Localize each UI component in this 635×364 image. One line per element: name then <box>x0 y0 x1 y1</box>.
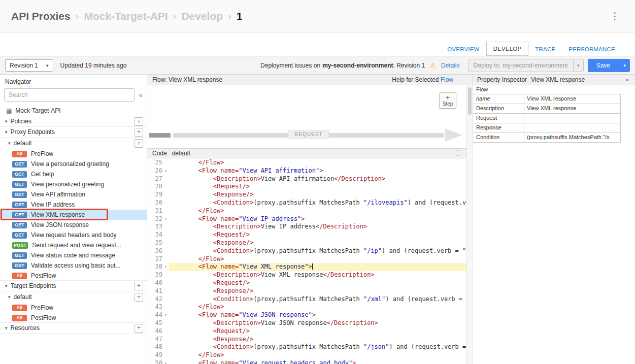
nav-section-resources[interactable]: ▾Resources+ <box>0 322 147 334</box>
breadcrumb-item-mock-target-api[interactable]: Mock-Target-API <box>84 10 168 22</box>
code-line-35[interactable]: 35 <Response/> <box>147 239 473 247</box>
code-line-25[interactable]: 25 </Flow> <box>147 159 473 167</box>
code-line-42[interactable]: 42 <Condition>(proxy.pathsuffix MatchesP… <box>147 295 473 304</box>
deploy-select-value: Deploy to: my-second-environment <box>469 59 573 72</box>
code-text: <Condition>(proxy.pathsuffix MatchesPath… <box>169 199 473 207</box>
nav-item-view-json-response[interactable]: GETView JSON response <box>0 220 147 230</box>
collapse-panel-icon[interactable]: « <box>138 91 144 99</box>
nav-group-default[interactable]: ▾default+ <box>0 138 147 149</box>
nav-section-policies[interactable]: ▾Policies+ <box>0 116 147 127</box>
code-line-32[interactable]: 32▾ <Flow name="View IP address"> <box>147 215 473 223</box>
tab-develop[interactable]: DEVELOP <box>486 42 529 56</box>
line-number: 45 <box>147 319 162 327</box>
inspector-row-value[interactable] <box>524 123 621 133</box>
code-line-48[interactable]: 48 <Condition>(proxy.pathsuffix MatchesP… <box>147 343 473 351</box>
save-dropdown-icon[interactable]: ▾ <box>619 59 630 72</box>
chevron-down-icon: ▾ <box>8 141 11 146</box>
tab-trace[interactable]: TRACE <box>528 43 562 56</box>
add-button[interactable]: + <box>135 128 143 137</box>
code-line-29[interactable]: 29 <Response/> <box>147 191 473 199</box>
inspector-row-value[interactable] <box>524 114 621 123</box>
code-line-33[interactable]: 33 <Description>View IP address</Descrip… <box>147 223 473 231</box>
nav-item-view-api-affirmation[interactable]: GETView API affirmation <box>0 189 147 200</box>
nav-section-target-endpoints[interactable]: ▾Target Endpoints+ <box>0 280 147 291</box>
code-line-46[interactable]: 46 <Request/> <box>147 327 473 336</box>
save-button[interactable]: Save <box>588 59 619 72</box>
add-button[interactable]: + <box>135 324 143 333</box>
inspector-row-value[interactable]: View XML response <box>524 104 621 113</box>
nav-item-view-ip-address[interactable]: GETView IP address <box>0 200 147 210</box>
chevron-down-icon[interactable]: ▾ <box>573 59 583 72</box>
fold-marker-icon[interactable]: ▾ <box>162 359 169 364</box>
fold-marker-icon[interactable]: ▾ <box>162 311 169 319</box>
tab-overview[interactable]: OVERVIEW <box>441 43 486 56</box>
add-button[interactable]: + <box>135 293 143 302</box>
develop-panel: Flow: View XML response Help for Selecte… <box>147 75 473 364</box>
code-line-31[interactable]: 31 </Flow> <box>147 207 473 215</box>
tab-performance[interactable]: PERFORMANCE <box>562 43 622 56</box>
nav-item-view-personalized-greeting[interactable]: GETView personalized greeting <box>0 179 147 189</box>
search-input[interactable] <box>4 88 135 102</box>
fold-marker-icon[interactable]: ▾ <box>162 167 169 175</box>
nav-group-default[interactable]: ▾default+ <box>0 291 147 303</box>
breadcrumb-separator: › <box>76 10 79 22</box>
code-line-49[interactable]: 49 </Flow> <box>147 351 473 359</box>
nav-item-view-xml-response[interactable]: GETView XML response <box>0 210 147 220</box>
nav-item-view-request-headers-and-body[interactable]: GETView request headers and body <box>0 230 147 240</box>
nav-section-proxy-endpoints[interactable]: ▾Proxy Endpoints+ <box>0 126 147 138</box>
add-step-button[interactable]: + Step <box>439 92 456 109</box>
code-line-30[interactable]: 30 <Condition>(proxy.pathsuffix MatchesP… <box>147 199 473 207</box>
revision-select[interactable]: Revision 1 ▾ <box>5 59 53 72</box>
inspector-row-value[interactable]: View XML response <box>524 94 621 104</box>
code-line-27[interactable]: 27 <Description>View API affirmation</De… <box>147 175 473 183</box>
fold-marker-icon <box>162 279 169 287</box>
nav-item-view-a-personalized-greeting[interactable]: GETView a personalized greeting <box>0 159 147 169</box>
code-line-50[interactable]: 50▾ <Flow name="View request headers and… <box>147 359 473 364</box>
code-line-41[interactable]: 41 <Response/> <box>147 287 473 295</box>
code-line-28[interactable]: 28 <Request/> <box>147 183 473 191</box>
code-line-39[interactable]: 39 <Description>View XML response</Descr… <box>147 271 473 279</box>
nav-item-postflow[interactable]: AllPostFlow <box>0 313 147 323</box>
code-line-36[interactable]: 36 <Condition>(proxy.pathsuffix MatchesP… <box>147 247 473 255</box>
breadcrumb-item-develop[interactable]: Develop <box>181 10 223 22</box>
details-link[interactable]: Details <box>441 62 460 69</box>
help-flow-link[interactable]: Flow <box>441 76 453 83</box>
nav-item-view-status-code-and-message[interactable]: GETView status code and message <box>0 250 147 260</box>
nav-item-send-request-and-view-request[interactable]: POSTSend request and view request... <box>0 240 147 250</box>
nav-item-preflow[interactable]: AllPreFlow <box>0 149 147 159</box>
code-line-34[interactable]: 34 <Request/> <box>147 231 473 239</box>
code-editor[interactable]: 25 </Flow>26▾ <Flow name="View API affir… <box>147 158 473 364</box>
collapse-code-icon[interactable]: ⌃⌄ <box>456 150 459 156</box>
updated-text: Updated 19 minutes ago <box>60 62 127 69</box>
code-line-44[interactable]: 44▾ <Flow name="View JSON response"> <box>147 311 473 319</box>
code-line-40[interactable]: 40 <Request/> <box>147 279 473 287</box>
code-line-37[interactable]: 37 </Flow> <box>147 255 473 263</box>
code-token: "View XML response" <box>239 263 308 270</box>
code-line-26[interactable]: 26▾ <Flow name="View API affirmation"> <box>147 167 473 175</box>
nav-item-get-help[interactable]: GETGet help <box>0 169 147 179</box>
code-text: <Condition>(proxy.pathsuffix MatchesPath… <box>169 247 473 255</box>
code-token: <Description> <box>213 271 261 278</box>
scrollbar-thumb[interactable] <box>468 87 472 115</box>
deploy-select[interactable]: Deploy to: my-second-environment ▾ <box>468 59 584 72</box>
vertical-scrollbar[interactable] <box>466 85 473 364</box>
fold-marker-icon[interactable]: ▾ <box>162 263 169 271</box>
code-line-43[interactable]: 43 </Flow> <box>147 303 473 311</box>
expand-panel-icon[interactable]: » <box>625 76 629 83</box>
code-line-47[interactable]: 47 <Response/> <box>147 336 473 344</box>
code-line-45[interactable]: 45 <Description>View JSON response</Desc… <box>147 319 473 327</box>
fold-marker-icon[interactable]: ▾ <box>162 215 169 223</box>
inspector-row-value[interactable]: (proxy.pathsuffix MatchesPath "/x <box>524 133 621 142</box>
add-button[interactable]: + <box>135 117 143 126</box>
code-line-38[interactable]: 38▾ <Flow name="View XML response"> <box>147 263 473 271</box>
kebab-menu-icon[interactable]: ⋮ <box>606 9 624 23</box>
nav-item-preflow[interactable]: AllPreFlow <box>0 303 147 313</box>
nav-root-mock-target-api[interactable]: ▦Mock-Target-API <box>0 105 147 116</box>
add-button[interactable]: + <box>135 139 143 148</box>
code-token: <Request/> <box>213 231 250 238</box>
add-button[interactable]: + <box>135 282 143 290</box>
nav-item-postflow[interactable]: AllPostFlow <box>0 271 147 281</box>
line-number: 34 <box>147 231 162 239</box>
nav-item-validate-access-using-basic-aut[interactable]: GETValidate access using basic aut... <box>0 260 147 271</box>
breadcrumb-item-api-proxies[interactable]: API Proxies <box>11 10 71 22</box>
